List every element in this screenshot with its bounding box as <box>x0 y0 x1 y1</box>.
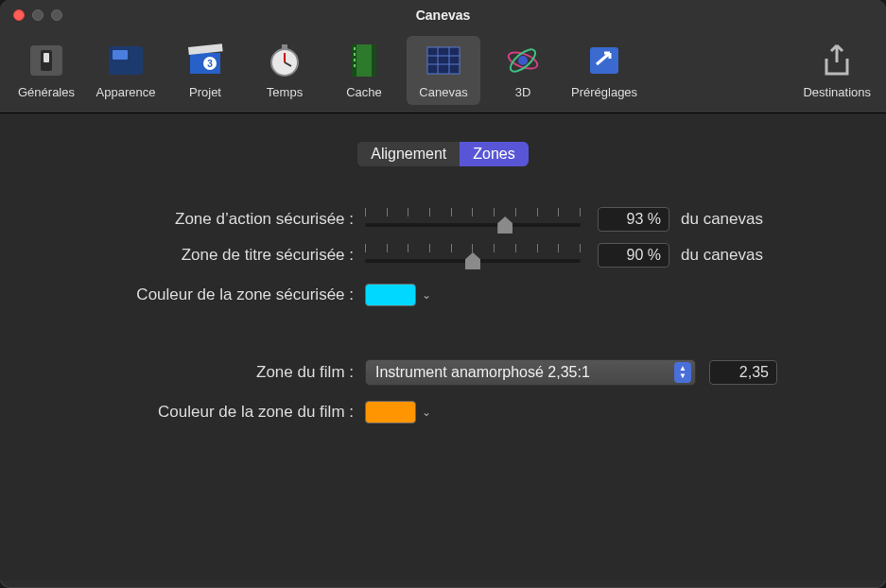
toolbar: Générales Apparence 3 Projet Temps Cache <box>0 30 886 113</box>
stopwatch-icon <box>264 40 305 81</box>
safe-zone-color-well[interactable] <box>365 284 416 306</box>
film-color-label: Couleur de la zone du film : <box>36 403 365 422</box>
globe-3d-icon <box>502 40 544 81</box>
sliders-icon <box>26 40 67 81</box>
title-safe-suffix: du canevas <box>681 246 763 265</box>
svg-point-27 <box>518 56 528 65</box>
svg-rect-4 <box>113 50 128 60</box>
tab-time[interactable]: Temps <box>248 36 321 105</box>
tab-canvas[interactable]: Canevas <box>407 36 480 105</box>
segment-zones[interactable]: Zones <box>460 142 528 166</box>
svg-rect-18 <box>354 59 356 61</box>
tab-destinations[interactable]: Destinations <box>797 36 877 105</box>
action-safe-label: Zone d’action sécurisée : <box>36 210 365 229</box>
svg-rect-17 <box>354 53 356 56</box>
close-window-button[interactable] <box>13 9 25 21</box>
appearance-icon <box>105 40 147 81</box>
share-icon <box>816 40 858 81</box>
film-zone-ratio-value[interactable]: 2,35 <box>709 360 777 385</box>
svg-rect-20 <box>427 47 460 74</box>
updown-arrows-icon: ▲▼ <box>674 362 691 383</box>
svg-rect-19 <box>354 64 356 67</box>
filmstrip-icon <box>343 40 385 81</box>
svg-rect-16 <box>354 47 356 50</box>
film-zone-color-well[interactable] <box>365 401 416 424</box>
svg-rect-15 <box>372 44 376 77</box>
svg-rect-10 <box>282 44 287 49</box>
title-safe-slider[interactable] <box>365 242 581 268</box>
svg-rect-28 <box>590 47 618 74</box>
film-zone-label: Zone du film : <box>36 363 365 382</box>
grid-icon <box>423 40 464 81</box>
segment-alignment[interactable]: Alignement <box>357 142 460 166</box>
zoom-window-button[interactable] <box>51 9 62 21</box>
action-safe-slider[interactable] <box>365 206 581 233</box>
tab-general[interactable]: Générales <box>9 36 83 105</box>
tab-3d[interactable]: 3D <box>486 36 560 105</box>
chevron-down-icon[interactable]: ⌄ <box>422 406 431 419</box>
safe-color-label: Couleur de la zone sécurisée : <box>36 285 365 304</box>
segmented-control: Alignement Zones <box>357 142 529 166</box>
action-safe-value[interactable]: 93 % <box>598 207 669 232</box>
tab-cache[interactable]: Cache <box>327 36 401 105</box>
action-safe-suffix: du canevas <box>681 210 763 229</box>
expand-icon <box>583 40 625 81</box>
title-safe-value[interactable]: 90 % <box>598 243 669 268</box>
chevron-down-icon[interactable]: ⌄ <box>422 288 431 302</box>
title-safe-label: Zone de titre sécurisée : <box>36 246 365 265</box>
window-title: Canevas <box>0 8 886 23</box>
film-zone-select[interactable]: Instrument anamorphosé 2,35:1 ▲▼ <box>365 359 696 386</box>
tab-presets[interactable]: Préréglages <box>565 36 643 105</box>
svg-rect-2 <box>43 53 49 62</box>
clapper-icon: 3 <box>184 40 226 81</box>
film-zone-selected-text: Instrument anamorphosé 2,35:1 <box>375 364 590 381</box>
tab-project[interactable]: 3 Projet <box>168 36 242 105</box>
svg-text:3: 3 <box>207 59 213 69</box>
minimize-window-button[interactable] <box>32 9 43 21</box>
tab-appearance[interactable]: Apparence <box>89 36 163 105</box>
